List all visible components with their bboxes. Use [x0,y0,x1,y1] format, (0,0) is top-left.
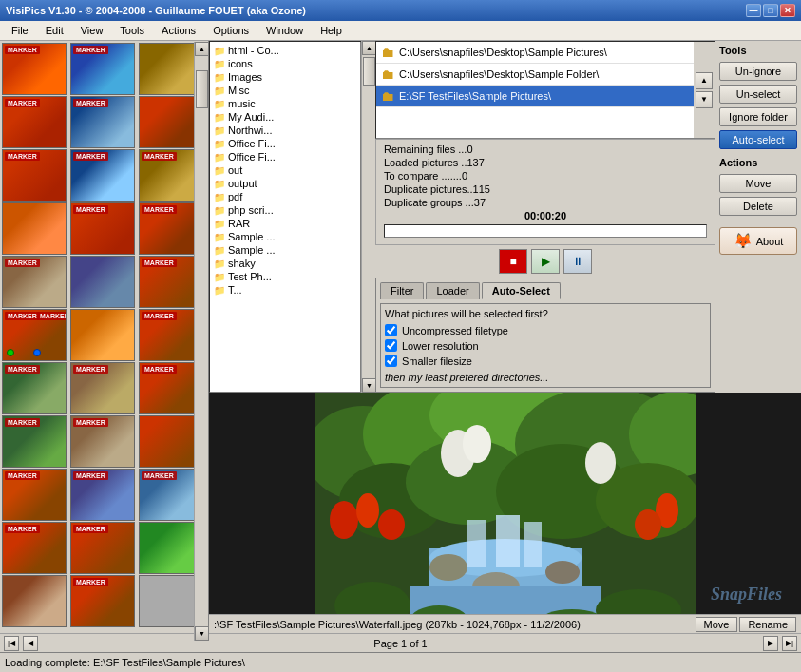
tree-scroll-up[interactable]: ▲ [362,41,376,55]
thumbnail-item[interactable]: MARKER [70,362,135,414]
menu-file[interactable]: File [4,23,36,38]
app-title: VisiPics V1.30 - © 2004-2008 - Guillaume… [6,5,306,16]
tree-item-office1[interactable]: 📁Office Fi... [212,137,358,150]
thumbnail-item[interactable]: MARKER [70,469,135,521]
maximize-button[interactable]: □ [763,4,778,17]
scroll-down-arrow[interactable]: ▼ [195,626,209,633]
menu-actions[interactable]: Actions [154,23,203,38]
thumbnail-item[interactable]: MARKER [70,43,135,95]
thumbnail-item[interactable]: MARKER [2,43,67,95]
page-first-button[interactable]: |◀ [4,636,19,651]
tab-loader[interactable]: Loader [426,282,479,299]
tree-scroll-area: 📁html - Co... 📁icons 📁Images 📁Misc 📁musi… [210,42,360,298]
page-prev-button[interactable]: ◀ [23,636,38,651]
ignore-folder-button[interactable]: Ignore folder [719,107,797,126]
tree-item-rar[interactable]: 📁RAR [212,217,358,230]
thumbnail-item[interactable] [70,256,135,308]
scroll-thumb[interactable] [196,70,208,108]
move-file-button[interactable]: Move [696,617,738,632]
tree-item-t[interactable]: 📁T... [212,283,358,297]
minimize-button[interactable]: — [746,4,761,17]
path-item-3[interactable]: 🖿 E:\SF TestFiles\Sample Pictures\ [376,86,694,107]
menu-view[interactable]: View [73,23,111,38]
page-next-button[interactable]: ▶ [763,636,778,651]
thumbnail-grid: MARKER MARKER MARKER MARKER MARKER MARKE… [0,41,208,629]
preview-image [315,393,696,614]
thumbnail-item[interactable]: MARKERMARKER [2,309,67,361]
tree-item-icons[interactable]: 📁icons [212,57,358,70]
tree-item-images[interactable]: 📁Images [212,70,358,84]
menu-help[interactable]: Help [313,23,350,38]
tab-autoselect[interactable]: Auto-Select [482,282,561,299]
thumbnail-item[interactable]: MARKER [2,415,67,468]
tree-item-northwi[interactable]: 📁Northwi... [212,124,358,137]
tree-item-myaudio[interactable]: 📁My Audi... [212,110,358,124]
menu-options[interactable]: Options [205,23,257,38]
unselect-button[interactable]: Un-select [719,85,797,104]
thumbnail-item[interactable]: MARKER [2,96,67,148]
thumbnail-item[interactable] [70,309,135,361]
page-last-button[interactable]: ▶| [782,636,797,651]
checkbox-lowerres-input[interactable] [385,339,397,352]
tree-item-pdf[interactable]: 📁pdf [212,190,358,203]
folder-tree[interactable]: 📁html - Co... 📁icons 📁Images 📁Misc 📁musi… [209,41,361,393]
thumbnail-item[interactable]: MARKER [70,522,135,574]
play-button[interactable]: ▶ [531,249,560,274]
tree-item-misc[interactable]: 📁Misc [212,84,358,97]
tree-scroll-down[interactable]: ▼ [362,378,376,393]
tree-item-office2[interactable]: 📁Office Fi... [212,150,358,163]
menu-tools[interactable]: Tools [112,23,152,38]
tab-filter[interactable]: Filter [380,282,424,299]
tree-item-shaky[interactable]: 📁shaky [212,257,358,270]
menu-window[interactable]: Window [258,23,311,38]
menu-edit[interactable]: Edit [38,23,71,38]
tree-item-sample2[interactable]: 📁Sample ... [212,243,358,257]
checkbox-smallerfile[interactable]: Smaller filesize [385,355,706,367]
tree-item-sample1[interactable]: 📁Sample ... [212,230,358,243]
close-button[interactable]: ✕ [780,4,795,17]
thumbnail-item[interactable]: MARKER [70,202,135,255]
auto-select-button[interactable]: Auto-select [719,130,797,149]
thumbnail-item[interactable]: MARKER [70,149,135,202]
about-button[interactable]: 🦊 About [719,227,797,255]
thumbnail-scrollbar[interactable]: ▲ ▼ [194,42,208,633]
delete-button[interactable]: Delete [719,197,797,216]
thumbnail-item[interactable] [2,575,67,627]
tree-scroll-thumb[interactable] [363,57,375,86]
checkbox-uncompressed[interactable]: Uncompressed filetype [385,324,706,336]
tree-item-output[interactable]: 📁output [212,177,358,190]
tree-item-music[interactable]: 📁music [212,97,358,110]
stop-button[interactable]: ■ [499,249,527,274]
checkbox-uncompressed-input[interactable] [385,324,397,336]
rename-file-button[interactable]: Rename [739,617,796,632]
tab-bar: Filter Loader Auto-Select [380,282,711,299]
tree-item-phpscri[interactable]: 📁php scri... [212,203,358,217]
path-item-2[interactable]: 🖿 C:\Users\snapfiles\Desktop\Sample Fold… [376,64,694,86]
tree-scrollbar[interactable]: ▲ ▼ [361,41,375,393]
checkbox-lowerres[interactable]: Lower resolution [385,339,706,352]
unignore-button[interactable]: Un-ignore [719,62,797,81]
thumbnail-item[interactable]: MARKER [2,522,67,574]
thumbnail-item[interactable]: MARKER [70,96,135,148]
checkbox-smallerfile-input[interactable] [385,355,397,367]
move-button[interactable]: Move [719,174,797,193]
tree-item-testph[interactable]: 📁Test Ph... [212,270,358,283]
thumbnail-item[interactable]: MARKER [2,469,67,521]
thumbnail-item[interactable]: MARKER [2,256,67,308]
path-down-arrow[interactable]: ▼ [696,91,713,108]
top-section: 📁html - Co... 📁icons 📁Images 📁Misc 📁musi… [209,41,801,393]
actions-label: Actions [719,157,797,168]
tree-item-html[interactable]: 📁html - Co... [212,44,358,57]
filter-panel: Filter Loader Auto-Select What pictures … [375,278,715,393]
thumbnail-item[interactable]: MARKER [2,362,67,414]
path-item-1[interactable]: 🖿 C:\Users\snapfiles\Desktop\Sample Pict… [376,42,694,64]
thumbnail-item[interactable]: MARKER [2,149,67,202]
tree-item-out[interactable]: 📁out [212,163,358,177]
pause-button[interactable]: ⏸ [563,249,592,274]
folder-icon: 🖿 [381,67,394,82]
thumbnail-item[interactable]: MARKER [70,575,135,627]
thumbnail-item[interactable] [2,202,67,255]
scroll-up-arrow[interactable]: ▲ [195,42,209,56]
thumbnail-item[interactable]: MARKER [70,415,135,468]
path-up-arrow[interactable]: ▲ [696,72,713,89]
